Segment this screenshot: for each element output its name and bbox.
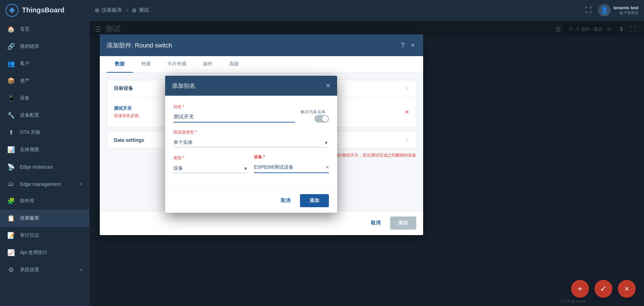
sidebar-item-assets[interactable]: 📦 资产 [0, 72, 89, 89]
toggle-knob [322, 116, 328, 122]
breadcrumb: ⊞ 仪表板库 > ⊞ 测试 [95, 7, 583, 13]
resolve-multi-entity: 解决为多实体 [301, 109, 329, 123]
breadcrumb-dashboards[interactable]: ⊞ 仪表板库 [95, 7, 122, 13]
sidebar-item-devices[interactable]: 📱 设备 [0, 89, 89, 107]
sidebar: 🏠 首页 🔗 规则链库 👥 客户 📦 资产 📱 设备 🔧 设备配置 ⬆ OTA … [0, 21, 89, 306]
chevron-down-icon: ▾ [80, 182, 82, 187]
user-menu[interactable]: 👤 tenants test 租户管理员 [598, 4, 638, 17]
alias-add-button[interactable]: 添加 [300, 194, 329, 207]
tab-data[interactable]: 数据 [107, 56, 133, 73]
sidebar-item-rules[interactable]: 🔗 规则链库 [0, 38, 89, 55]
breadcrumb-test-icon: ⊞ [132, 7, 137, 13]
dialog-alias-title: 添加别名 [172, 82, 326, 90]
filter-type-select-wrapper: 单个实体 ▾ [173, 137, 329, 147]
sidebar-item-dashboards[interactable]: 📋 仪表板库 [0, 210, 89, 227]
device-profiles-icon: 🔧 [7, 112, 15, 119]
sidebar-item-system-settings[interactable]: ⚙ 系统设置 ▾ [0, 261, 89, 278]
alias-cancel-button[interactable]: 取消 [275, 194, 296, 207]
rules-icon: 🔗 [7, 43, 15, 50]
sidebar-item-entity-views[interactable]: 📊 实体视图 [0, 141, 89, 158]
resolve-toggle[interactable] [314, 115, 329, 123]
chevron-down-icon-data: ∨ [405, 137, 409, 143]
dialog-add-widget-title: 添加部件: Round switch [107, 41, 396, 50]
fab-close-button[interactable]: × [618, 280, 636, 298]
tab-card-appearance[interactable]: 卡片外观 [159, 56, 195, 73]
top-header: ThingsBoard ⊞ 仪表板库 > ⊞ 测试 ⛶ 👤 tenants te… [0, 0, 644, 21]
add-button[interactable]: 添加 [390, 217, 416, 230]
breadcrumb-separator: > [126, 7, 129, 13]
alias-name-input[interactable] [173, 112, 295, 123]
sidebar-item-audit-logs[interactable]: 📝 审计日志 [0, 227, 89, 244]
sidebar-item-device-profiles[interactable]: 🔧 设备配置 [0, 107, 89, 124]
dialog-help-button[interactable]: ? [399, 40, 406, 51]
alias-name-label: 别名 * [173, 104, 295, 110]
entity-views-icon: 📊 [7, 146, 15, 154]
api-usage-icon: 📈 [7, 249, 15, 256]
type-field: 类型 * 设备 ▾ [173, 155, 248, 173]
dialog-add-widget-header: 添加部件: Round switch ? × [100, 34, 423, 56]
device-label: 设备 * [254, 154, 329, 160]
dialog-alias-footer: 取消 添加 [165, 188, 337, 213]
assets-icon: 📦 [7, 77, 15, 85]
sidebar-item-ota[interactable]: ⬆ OTA 升级 [0, 124, 89, 141]
widget-library-icon: 🧩 [7, 197, 15, 205]
filter-type-label: 筛选器类型 * [173, 129, 329, 135]
fab-check-button[interactable]: ✓ [594, 280, 612, 298]
tab-actions[interactable]: 操作 [195, 56, 221, 73]
dialog-tabs: 数据 外观 卡片外观 操作 高级 [100, 56, 423, 73]
type-select-wrapper: 设备 ▾ [173, 163, 248, 173]
edge-instances-icon: 📡 [7, 163, 15, 171]
filter-type-row: 筛选器类型 * 单个实体 ▾ [173, 129, 329, 147]
sidebar-item-api-usage[interactable]: 📈 Api 使用统计 [0, 244, 89, 261]
dashboard-icon: ⊞ [95, 7, 99, 13]
thingsboard-logo-icon [6, 4, 19, 17]
sidebar-item-home[interactable]: 🏠 首页 [0, 21, 89, 38]
device-clear-button[interactable]: × [326, 164, 329, 170]
sidebar-item-edge-instances[interactable]: 📡 Edge instances [0, 158, 89, 176]
edge-management-icon: 🗂 [7, 180, 15, 188]
type-select[interactable]: 设备 [173, 163, 248, 173]
delete-alias-button[interactable]: × [405, 108, 409, 116]
content-area: ☰ 测试 ☰ ⏱ ⏱ 实时 - 最后 - 分 ⬇ ⛶ 添加部件: Round s… [89, 21, 644, 306]
dialog-add-widget-footer: 取消 添加 [100, 211, 423, 235]
sidebar-item-widget-library[interactable]: 🧩 部件库 [0, 192, 89, 210]
dashboards-icon: 📋 [7, 214, 15, 222]
logo-area: ThingsBoard [6, 4, 95, 17]
device-field: 设备 * × [254, 154, 329, 173]
settings-icon: ⚙ [7, 266, 15, 274]
chevron-up-icon: ∧ [405, 85, 409, 92]
chevron-down-icon-settings: ▾ [80, 267, 82, 272]
breadcrumb-test[interactable]: ⊞ 测试 [132, 7, 149, 13]
fab-add-button[interactable]: + [571, 280, 589, 298]
header-right: ⛶ 👤 tenants test 租户管理员 [583, 4, 638, 17]
dialog-alias-body: 别名 * 解决为多实体 筛选器类型 * [165, 96, 337, 188]
fab-area: + ✓ × [571, 280, 636, 298]
home-icon: 🏠 [7, 25, 15, 33]
dialog-close-button[interactable]: × [409, 40, 416, 51]
customers-icon: 👥 [7, 60, 15, 67]
app-name: ThingsBoard [22, 6, 64, 14]
main-layout: 🏠 首页 🔗 规则链库 👥 客户 📦 资产 📱 设备 🔧 设备配置 ⬆ OTA … [0, 21, 644, 306]
type-device-row: 类型 * 设备 ▾ 设备 * [173, 154, 329, 173]
sidebar-item-edge-management[interactable]: 🗂 Edge management ▾ [0, 176, 89, 192]
filter-type-select[interactable]: 单个实体 [173, 137, 329, 147]
cancel-button[interactable]: 取消 [365, 217, 386, 230]
dialog-alias-header: 添加别名 × [165, 76, 337, 96]
fullscreen-button[interactable]: ⛶ [583, 4, 594, 16]
dialog-add-alias: 添加别名 × 别名 * 解决为多实体 [165, 76, 337, 213]
svg-point-1 [10, 9, 14, 12]
device-input[interactable] [254, 165, 326, 170]
device-input-wrapper: × [254, 162, 329, 173]
tab-advanced[interactable]: 高级 [221, 56, 247, 73]
devices-icon: 📱 [7, 94, 15, 102]
audit-logs-icon: 📝 [7, 232, 15, 239]
avatar: 👤 [598, 4, 611, 17]
resolve-label: 解决为多实体 [301, 109, 325, 115]
alias-name-field: 别名 * [173, 104, 295, 123]
type-label: 类型 * [173, 155, 248, 161]
sidebar-item-customers[interactable]: 👥 客户 [0, 55, 89, 72]
user-info: tenants test 租户管理员 [613, 5, 638, 15]
ota-icon: ⬆ [7, 129, 15, 136]
alias-close-button[interactable]: × [326, 81, 330, 90]
tab-appearance[interactable]: 外观 [133, 56, 159, 73]
